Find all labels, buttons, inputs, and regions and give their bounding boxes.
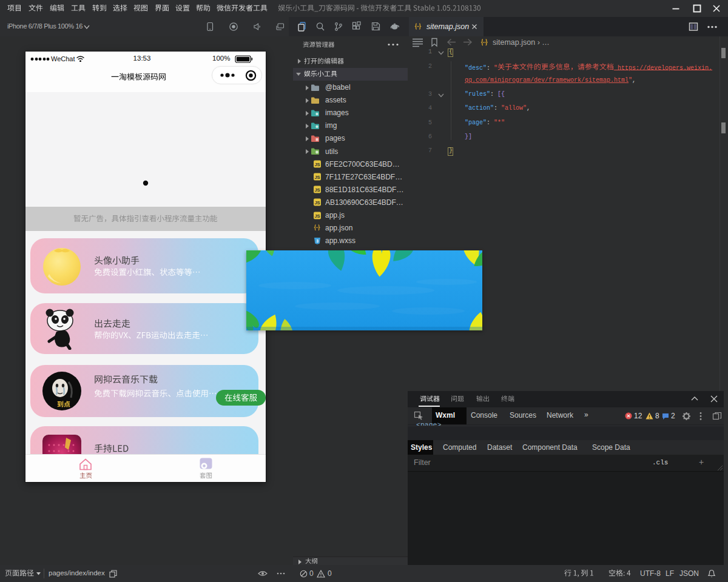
svg-text:JS: JS [314, 200, 320, 206]
svg-text:JS: JS [314, 213, 320, 218]
svg-text:3: 3 [316, 239, 318, 243]
svg-text:JS: JS [314, 187, 320, 193]
svg-text:JS: JS [314, 175, 320, 180]
svg-text:JS: JS [314, 162, 320, 167]
